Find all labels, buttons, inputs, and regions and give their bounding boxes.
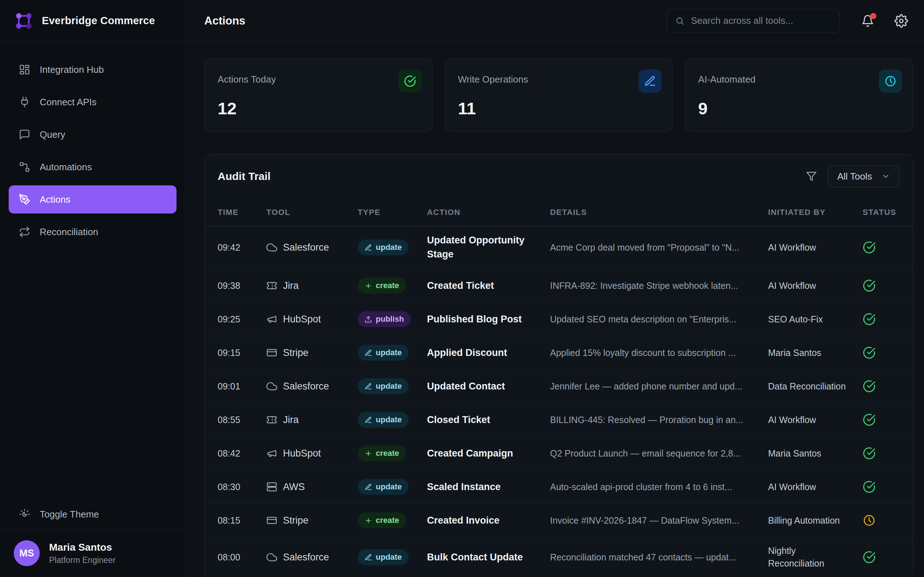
notifications-button[interactable] [861,15,874,27]
row-tool: AWS [267,482,358,493]
bell-icon [861,23,874,29]
row-tool: Stripe [267,347,358,358]
badge-icon [365,517,372,524]
badge-icon [365,244,372,251]
row-tool: HubSpot [267,448,358,459]
check-circle-icon [863,413,876,426]
audit-trail-header: Audit Trail All Tools [205,154,913,198]
table-row[interactable]: 08:30 AWS update Scaled Instance Auto-sc… [205,470,913,504]
toggle-theme-button[interactable]: Toggle Theme [0,499,185,530]
type-badge: update [358,549,409,565]
row-time: 08:30 [218,482,267,492]
check-circle-icon [399,69,422,93]
table-row[interactable]: 08:15 Stripe create Created Invoice Invo… [205,504,913,537]
sidebar-item-label: Automations [40,161,92,173]
badge-label: create [376,516,399,525]
table-row[interactable]: 09:15 Stripe update Applied Discount App… [205,336,913,370]
row-action: Applied Discount [427,346,550,360]
row-tool: HubSpot [267,314,358,325]
table-row[interactable]: 08:42 HubSpot create Created Campaign Q2… [205,437,913,470]
workflow-icon [19,161,30,173]
row-details: Q2 Product Launch — email sequence for 2… [550,448,768,459]
row-details: Applied 15% loyalty discount to subscrip… [550,348,768,358]
type-badge: update [358,412,409,428]
sidebar-nav: Integration Hub Connect APIs Query Autom… [0,42,185,250]
row-initiated-by: SEO Auto-Fix [768,313,863,326]
table-row[interactable]: 09:01 Salesforce update Updated Contact … [205,370,913,403]
check-circle-icon [863,241,876,254]
table-row[interactable]: 09:25 HubSpot publish Published Blog Pos… [205,303,913,336]
cloud-icon [267,242,277,253]
user-profile[interactable]: MS Maria Santos Platform Engineer [0,530,185,577]
badge-icon [365,349,372,357]
cloud-icon [267,381,277,392]
column-header-time: Time [218,208,267,217]
row-action: Scaled Instance [427,480,550,494]
sidebar-item-connect-apis[interactable]: Connect APIs [9,88,176,116]
audit-table-body: 09:42 Salesforce update Updated Opportun… [205,226,913,577]
row-initiated-by: Data Reconciliation [768,380,863,393]
type-badge: update [358,239,409,255]
stat-card-write-operations: Write Operations 11 [445,58,673,132]
check-circle-icon [863,380,876,393]
badge-icon [365,282,372,290]
sidebar-item-actions[interactable]: Actions [9,185,176,213]
badge-label: publish [376,314,404,324]
stat-label: Actions Today [218,74,419,85]
tool-name: Stripe [283,347,309,358]
sidebar-item-automations[interactable]: Automations [9,153,176,181]
check-circle-icon [863,279,876,292]
table-row[interactable]: 08:00 Salesforce update Bulk Contact Upd… [205,537,913,577]
ticket-icon [267,280,277,291]
badge-icon [365,483,372,491]
megaphone-icon [267,314,277,324]
credit-card-icon [267,347,277,358]
row-time: 09:25 [218,314,267,324]
megaphone-icon [267,448,277,459]
global-search[interactable] [666,9,840,33]
tools-filter-dropdown[interactable]: All Tools [828,165,900,187]
row-tool: Jira [267,280,358,292]
table-row[interactable]: 09:42 Salesforce update Updated Opportun… [205,226,913,269]
row-details: Acme Corp deal moved from "Proposal" to … [550,242,768,253]
column-header-tool: Tool [267,208,358,217]
row-time: 08:00 [218,552,267,562]
row-action: Created Ticket [427,279,550,293]
row-time: 09:38 [218,280,267,291]
app-title: Everbridge Commerce [42,15,155,27]
pen-icon [638,69,662,93]
row-time: 08:55 [218,415,267,425]
tool-name: Stripe [283,515,309,526]
table-row[interactable]: 09:38 Jira create Created Ticket INFRA-8… [205,269,913,303]
table-header-row: Time Tool Type Action Details Initiated … [205,198,913,226]
sidebar-item-label: Reconciliation [40,226,98,238]
panel-title: Audit Trail [218,170,271,182]
row-initiated-by: AI Workflow [768,279,863,292]
stat-value: 12 [218,98,419,118]
filter-icon[interactable] [806,171,817,182]
tool-name: Jira [283,414,299,425]
type-badge: update [358,378,409,394]
sidebar-item-integration-hub[interactable]: Integration Hub [9,56,176,84]
main-area: Actions Actions Today 12 [186,0,924,577]
check-circle-icon [863,346,876,359]
row-tool: Salesforce [267,381,358,392]
search-input[interactable] [691,15,830,26]
sidebar-item-query[interactable]: Query [9,121,176,148]
table-row[interactable]: 08:55 Jira update Closed Ticket BILLING-… [205,403,913,437]
toggle-theme-label: Toggle Theme [40,509,99,520]
badge-label: update [376,348,402,357]
settings-button[interactable] [894,14,908,28]
tool-name: AWS [283,482,305,493]
sidebar-item-reconciliation[interactable]: Reconciliation [9,218,176,246]
row-details: Updated SEO meta description on "Enterpr… [550,314,768,324]
check-circle-icon [863,480,876,493]
column-header-status: Status [863,208,900,217]
page-title: Actions [204,15,246,27]
stat-label: AI-Automated [698,74,900,85]
clock-icon [863,514,876,527]
badge-icon [365,383,372,390]
tool-name: Salesforce [283,381,329,392]
row-action: Updated Opportunity Stage [427,233,550,261]
sun-moon-icon [19,508,30,520]
